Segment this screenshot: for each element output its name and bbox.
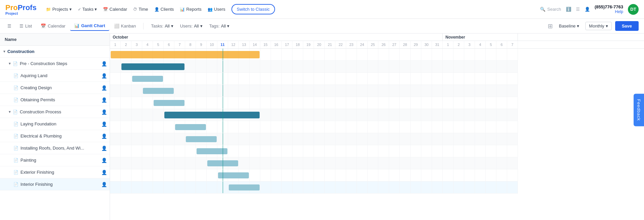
- day-bg-11-7: [185, 181, 196, 193]
- day-bg-2-6: [174, 73, 185, 85]
- gantt-bar-row-9[interactable]: [207, 160, 238, 166]
- tree-item-pre-construction[interactable]: ▼ 📄 Pre - Construction Steps 👤: [0, 58, 110, 70]
- tree-item-obtaining-permits[interactable]: 📄 Obtaining Permits 👤: [0, 94, 110, 106]
- day-cell-nov-2: 2: [453, 41, 464, 48]
- user-icon-roofs[interactable]: 👤: [101, 146, 107, 151]
- tab-kanban[interactable]: ⬜ Kanban: [110, 21, 140, 31]
- day-bg-3-27: [400, 85, 411, 97]
- day-cell-oct-31: 31: [432, 41, 443, 48]
- tree-item-creating-design[interactable]: 📄 Creating Design 👤: [0, 82, 110, 94]
- day-bg-3-30: [432, 85, 443, 97]
- gantt-row-0: [110, 49, 518, 61]
- top-nav: ProProfs Project 📁Projects ▾ ✓Tasks ▾ 📅C…: [0, 0, 644, 19]
- day-bg-4-26: [389, 97, 400, 109]
- grid-view-icon[interactable]: ⊞: [548, 22, 553, 30]
- day-bg-3-35: [486, 85, 496, 97]
- day-bg-10-6: [174, 169, 185, 181]
- gantt-bar-row-1[interactable]: [121, 63, 184, 70]
- tab-gantt-chart[interactable]: 📊 Gantt Chart: [70, 21, 109, 31]
- tree-item-interior-finishing[interactable]: 📄 Interior Finishing 👤: [0, 178, 110, 190]
- tree-item-construction[interactable]: ▼ Construction: [0, 46, 110, 58]
- construction-label: Construction: [7, 49, 107, 54]
- search-box[interactable]: 🔍 Search: [540, 7, 561, 12]
- tags-filter[interactable]: Tags: All ▾: [208, 22, 231, 30]
- hamburger-icon[interactable]: ☰: [5, 22, 13, 30]
- feedback-button[interactable]: Feedback: [634, 94, 644, 126]
- day-bg-3-31: [443, 85, 453, 97]
- tasks-filter[interactable]: Tasks: All ▾: [150, 22, 174, 30]
- nav-reports[interactable]: 📊Reports: [180, 7, 202, 12]
- day-bg-10-14: [260, 169, 271, 181]
- day-bg-11-22: [346, 181, 357, 193]
- tree-item-painting[interactable]: 📄 Painting 👤: [0, 154, 110, 166]
- gantt-bar-row-6[interactable]: [175, 124, 206, 130]
- user-icon-design[interactable]: 👤: [101, 85, 107, 91]
- tab-calendar[interactable]: 📅 Calendar: [37, 21, 69, 31]
- day-bg-1-17: [292, 61, 303, 72]
- user-icon-painting[interactable]: 👤: [101, 158, 107, 163]
- user-icon-foundation[interactable]: 👤: [101, 121, 107, 127]
- day-bg-8-24: [368, 145, 378, 157]
- day-bg-11-34: [475, 181, 486, 193]
- tree-item-construction-process[interactable]: ▼ 📄 Construction Process 👤: [0, 106, 110, 118]
- day-bg-7-11: [228, 133, 239, 145]
- gantt-bar-row-4[interactable]: [154, 100, 184, 106]
- gantt-bar-row-11[interactable]: [229, 184, 260, 190]
- save-button[interactable]: Save: [615, 21, 639, 31]
- day-bg-3-37: [507, 85, 518, 97]
- monthly-button[interactable]: Monthly ▾: [585, 22, 612, 30]
- nav-projects[interactable]: 📁Projects ▾: [46, 7, 72, 12]
- users-filter-label: Users:: [180, 23, 193, 29]
- info-icon[interactable]: ℹ️: [566, 7, 571, 12]
- day-cell-oct-5: 5: [153, 41, 164, 48]
- gantt-bar-row-10[interactable]: [218, 172, 249, 178]
- switch-to-classic-button[interactable]: Switch to Classic: [231, 4, 275, 14]
- day-bg-4-2: [131, 97, 142, 109]
- tree-item-laying-foundation[interactable]: 📄 Laying Foundation 👤: [0, 118, 110, 130]
- tree-item-exterior-finishing[interactable]: 📄 Exterior Finishing 👤: [0, 166, 110, 178]
- nav-tasks[interactable]: ✓Tasks ▾: [78, 7, 97, 12]
- day-bg-6-32: [453, 121, 464, 133]
- tree-item-electrical-plumbing[interactable]: 📄 Electrical & Plumbing 👤: [0, 130, 110, 142]
- pre-construction-label: Pre - Construction Steps: [20, 61, 99, 66]
- nav-calendar[interactable]: 📅Calendar: [103, 7, 127, 12]
- nav-users[interactable]: 👥Users: [208, 7, 225, 12]
- baseline-button[interactable]: Baseline ▾: [556, 22, 582, 30]
- day-bg-3-25: [378, 85, 389, 97]
- day-bg-2-24: [368, 73, 378, 85]
- day-bg-3-26: [389, 85, 400, 97]
- day-bg-6-36: [496, 121, 507, 133]
- day-bg-8-33: [464, 145, 475, 157]
- day-bg-4-1: [121, 97, 131, 109]
- tab-list[interactable]: ☰ List: [15, 21, 36, 31]
- menu-icon[interactable]: ☰: [576, 7, 580, 12]
- day-bg-1-14: [260, 61, 271, 72]
- avatar[interactable]: DT: [628, 4, 639, 15]
- users-filter[interactable]: Users: All ▾: [179, 22, 204, 30]
- gantt-bar-row-7[interactable]: [186, 136, 217, 142]
- task-icon-permits: 📄: [13, 98, 18, 102]
- day-bg-11-8: [196, 181, 207, 193]
- help-link[interactable]: Help: [595, 9, 623, 14]
- user-icon-process[interactable]: 👤: [101, 109, 107, 115]
- user-icon-electrical[interactable]: 👤: [101, 133, 107, 139]
- tree-item-acquiring-land[interactable]: 📄 Aquiring Land 👤: [0, 70, 110, 82]
- user-icon-permits[interactable]: 👤: [101, 97, 107, 103]
- day-cell-oct-12: 12: [228, 41, 239, 48]
- user-icon-exterior[interactable]: 👤: [101, 170, 107, 175]
- user-assign-icon[interactable]: 👤: [101, 61, 107, 66]
- search-icon: 🔍: [540, 7, 545, 12]
- gantt-bar-row-5[interactable]: [164, 112, 260, 118]
- tree-item-installing-roofs[interactable]: 📄 Installing Roofs, Doors, And Wi... 👤: [0, 142, 110, 154]
- nav-clients[interactable]: 👤Clients: [154, 7, 174, 12]
- day-bg-1-19: [314, 61, 325, 72]
- gantt-bar-row-3[interactable]: [143, 88, 174, 94]
- gantt-bar-row-8[interactable]: [197, 148, 227, 154]
- gantt-bar-row-0[interactable]: [111, 51, 260, 58]
- gantt-bar-row-2[interactable]: [132, 76, 163, 82]
- day-bg-4-0: [110, 97, 121, 109]
- user-icon-acquiring[interactable]: 👤: [101, 73, 107, 78]
- nav-time[interactable]: ⏱Time: [133, 7, 148, 12]
- user-icon-interior[interactable]: 👤: [101, 182, 107, 187]
- user-account-icon[interactable]: 👤: [585, 7, 590, 12]
